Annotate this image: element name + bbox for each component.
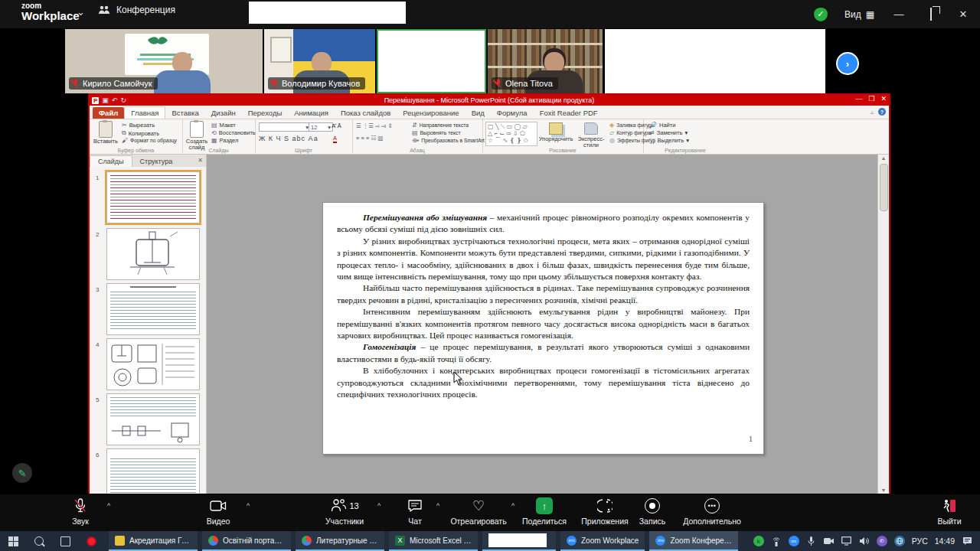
tab-review[interactable]: Рецензирование xyxy=(397,107,465,119)
format-painter-button[interactable]: 🖌Формат по образцу xyxy=(122,137,177,144)
restore-button[interactable] xyxy=(923,8,939,20)
grow-shrink-font[interactable]: А̂ А̌ xyxy=(332,122,341,129)
react-button[interactable]: ♡ Отреагировать xyxy=(448,497,509,526)
ppt-vertical-scrollbar[interactable]: ▲ ▼ xyxy=(877,155,889,494)
panel-tab-slides[interactable]: Слайды xyxy=(90,155,132,167)
select-button[interactable]: ⬚Выделить ▾ xyxy=(649,137,689,144)
tab-insert[interactable]: Вставка xyxy=(165,107,204,119)
shapes-gallery[interactable]: ▢ ╲ ⟍ ▭ ◯ ▱ △ ⌐ ⌙ ⇨ ⇩ ⬠ ☆ ⌒ ∿ ❴ ❵ ✩ xyxy=(485,122,537,146)
video-tile-5-blank[interactable] xyxy=(605,29,825,93)
record-button[interactable]: Запись xyxy=(635,497,669,526)
minimize-button[interactable]: — xyxy=(891,8,906,20)
slide-thumbnail-6[interactable] xyxy=(106,448,200,494)
language-indicator[interactable]: РУС xyxy=(912,536,928,546)
font-style-buttons[interactable]: Ж К Ч S abc Аа xyxy=(259,135,318,142)
scrollbar-thumb[interactable] xyxy=(880,164,888,211)
tray-antenna-icon[interactable] xyxy=(771,536,782,546)
arrange-button[interactable]: Упорядочить xyxy=(537,121,574,142)
task-zoom-workplace[interactable]: zm Zoom Workplace xyxy=(560,531,645,551)
reset-button[interactable]: ⟲Восстановить xyxy=(211,129,256,136)
tray-speaker-icon[interactable] xyxy=(859,536,870,546)
clock[interactable]: 14:49 xyxy=(935,536,955,546)
tab-formula[interactable]: Формула xyxy=(491,107,534,119)
collapse-ribbon-icon[interactable]: ▵ xyxy=(871,109,874,116)
replace-button[interactable]: ⇄Заменить ▾ xyxy=(649,129,688,136)
scroll-down-icon[interactable]: ▼ xyxy=(878,487,889,493)
security-shield-icon[interactable]: ✓ xyxy=(814,8,828,21)
task-chrome-2[interactable]: Литературные дне... xyxy=(296,531,384,551)
find-button[interactable]: 🔎Найти xyxy=(649,122,675,129)
close-button[interactable]: ✕ xyxy=(956,8,971,20)
font-name-combo[interactable]: ▾ xyxy=(259,122,311,132)
task-folder[interactable]: Акредитация ГМ 2... xyxy=(109,531,198,551)
slide-thumbnail-3[interactable] xyxy=(106,283,200,335)
more-button[interactable]: ••• Дополнительно xyxy=(678,497,746,526)
tab-animation[interactable]: Анимация xyxy=(288,107,335,119)
tray-k-icon[interactable]: k xyxy=(753,536,764,546)
chevron-down-icon[interactable]: ⌄ xyxy=(77,6,85,18)
video-tile-2[interactable]: Володимир Кувачов xyxy=(264,29,375,93)
help-icon[interactable]: ? xyxy=(878,108,886,116)
react-options-chevron[interactable]: ^ xyxy=(511,502,514,510)
video-options-chevron[interactable]: ^ xyxy=(247,502,250,510)
tab-conference[interactable]: Конференция xyxy=(98,5,175,15)
cut-button[interactable]: ✂Вырезать xyxy=(122,122,155,129)
chat-button[interactable]: Чат xyxy=(400,497,430,526)
next-participants-button[interactable]: › xyxy=(836,52,859,75)
text-direction-button[interactable]: ⇵Направление текста xyxy=(412,122,469,129)
video-button[interactable]: Видео xyxy=(198,497,239,526)
task-excel[interactable]: X Microsoft Excel - По... xyxy=(389,531,478,551)
start-button[interactable] xyxy=(0,531,26,551)
tray-network-icon[interactable] xyxy=(894,536,905,546)
smartart-button[interactable]: ⟴Преобразовать в SmartArt xyxy=(412,137,485,144)
task-chrome-1[interactable]: Освітній портал Та... xyxy=(202,531,291,551)
ppt-restore-button[interactable]: ❐ xyxy=(868,95,874,103)
share-button[interactable]: ↑ Поделиться xyxy=(519,497,570,526)
tab-design[interactable]: Дизайн xyxy=(205,107,242,119)
opera-button[interactable] xyxy=(78,531,104,551)
video-tile-4[interactable]: Olena Titova xyxy=(488,29,603,93)
tab-home[interactable]: Главная xyxy=(124,106,165,119)
ppt-minimize-button[interactable]: — xyxy=(855,95,862,103)
slide-thumbnail-1[interactable] xyxy=(106,171,200,223)
slide-canvas[interactable]: Перемішування або змішування – механічни… xyxy=(322,202,764,455)
task-redacted[interactable] xyxy=(482,531,556,551)
paste-button[interactable]: Вставить xyxy=(93,121,119,145)
tray-camera-icon[interactable] xyxy=(824,536,835,546)
tab-view[interactable]: Вид xyxy=(466,107,491,119)
ppt-close-button[interactable]: ✕ xyxy=(880,95,887,103)
tab-slideshow[interactable]: Показ слайдов xyxy=(335,107,397,119)
task-zoom-meeting[interactable]: zm Zoom Конференц... xyxy=(649,531,738,551)
layout-button[interactable]: ▤Макет xyxy=(211,122,236,129)
new-slide-button[interactable]: Создать слайд xyxy=(184,121,210,152)
slide-thumbnail-2[interactable] xyxy=(106,228,200,280)
tab-file[interactable]: Файл xyxy=(93,107,124,119)
copy-button[interactable]: ⧉Копировать xyxy=(122,129,159,137)
action-center-icon[interactable] xyxy=(962,536,972,546)
tray-display-icon[interactable] xyxy=(841,536,852,546)
tab-transitions[interactable]: Переходы xyxy=(242,107,289,119)
align-buttons[interactable]: ≡ ≡ ≡ ☷ ▥ xyxy=(356,135,383,142)
font-size-combo[interactable]: 12▾ xyxy=(309,122,333,132)
tray-zoom-icon[interactable]: zm xyxy=(789,536,799,546)
slide-thumbnail-5[interactable] xyxy=(106,393,200,445)
taskbar-search-button[interactable] xyxy=(26,531,52,551)
video-tile-3-active-blank[interactable] xyxy=(377,29,486,93)
audio-button[interactable]: Звук xyxy=(61,497,100,526)
section-button[interactable]: ▦Раздел xyxy=(211,137,238,144)
video-tile-1[interactable]: Кирило Самойчук xyxy=(65,29,263,93)
participants-options-chevron[interactable]: ^ xyxy=(377,502,381,510)
panel-close-icon[interactable]: ✕ xyxy=(198,157,203,164)
apps-button[interactable]: Приложения xyxy=(578,497,632,526)
slide-thumbnail-4[interactable] xyxy=(106,338,200,390)
align-text-button[interactable]: ▤Выровнять текст xyxy=(412,129,461,136)
task-view-button[interactable] xyxy=(52,531,78,551)
leave-button[interactable]: Выйти xyxy=(928,497,971,526)
tab-foxit[interactable]: Foxit Reader PDF xyxy=(534,107,604,119)
quick-styles-button[interactable]: Экспресс-стили xyxy=(574,121,608,149)
audio-options-chevron[interactable]: ^ xyxy=(107,502,110,510)
scroll-up-icon[interactable]: ▲ xyxy=(878,155,889,161)
list-indent-buttons[interactable]: ☰ ⋮☰ ⫤ ⫥ ⇕ xyxy=(356,122,393,130)
tray-viber-icon[interactable]: ✆ xyxy=(877,536,887,546)
font-color-button[interactable]: А xyxy=(333,135,337,143)
